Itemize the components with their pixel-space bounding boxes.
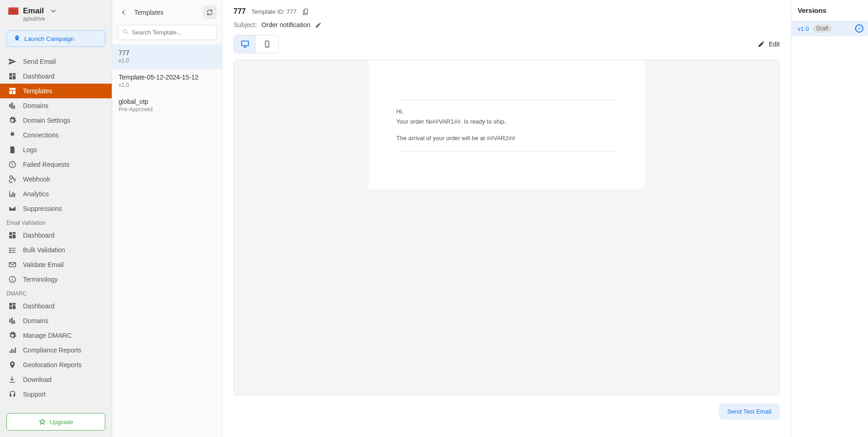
sidebar-item-templates[interactable]: Templates <box>0 84 112 98</box>
templates-icon <box>8 87 17 95</box>
dashboard-icon <box>8 231 17 239</box>
sidebar-item-label: Geolocation Reports <box>23 361 82 369</box>
versions-title: Versions <box>798 6 862 14</box>
sidebar-item-label: Terminology <box>23 276 57 283</box>
brand[interactable]: Email <box>0 5 112 17</box>
preview-pane: Hi, Your order №##VAR1##. Is ready to sh… <box>234 60 780 395</box>
sidebar-item-geolocation-reports[interactable]: Geolocation Reports <box>0 358 112 372</box>
sidebar-item-label: Domains <box>23 102 48 109</box>
sidebar-item-label: Suppressions <box>23 205 62 212</box>
sidebar-item-label: Analytics <box>23 190 49 198</box>
check-icon: ✓ <box>855 24 863 33</box>
sidebar-item-download[interactable]: Download <box>0 372 112 387</box>
sidebar-item-label: Dashboard <box>23 232 55 239</box>
sidebar-item-webhook[interactable]: Webhook <box>0 172 112 187</box>
sidebar-item-send-email[interactable]: Send Email <box>0 54 112 69</box>
sidebar-item-ev-dashboard[interactable]: Dashboard <box>0 228 112 243</box>
sidebar-item-dashboard[interactable]: Dashboard <box>0 69 112 84</box>
svg-point-5 <box>267 46 268 47</box>
sidebar-item-label: Send Email <box>23 58 56 65</box>
upgrade-button[interactable]: Upgrade <box>6 413 105 431</box>
svg-rect-3 <box>242 41 249 45</box>
template-item-title: global_otp <box>119 98 216 105</box>
device-toggle <box>234 35 279 53</box>
template-item-sub: Pre-Approved <box>119 106 216 113</box>
sidebar-item-suppressions[interactable]: Suppressions <box>0 201 112 216</box>
sidebar-item-label: Domain Settings <box>23 117 70 124</box>
webhook-icon <box>8 175 17 183</box>
sidebar-item-validate-email[interactable]: Validate Email <box>0 257 112 272</box>
brand-title: Email <box>23 6 44 16</box>
headset-icon <box>8 390 17 398</box>
svg-point-2 <box>123 29 126 33</box>
sidebar-item-manage-dmarc[interactable]: Manage DMARC <box>0 328 112 343</box>
sidebar-item-domains[interactable]: Domains <box>0 98 112 113</box>
sidebar-item-compliance-reports[interactable]: Compliance Reports <box>0 343 112 358</box>
template-item-sub: v1.0 <box>119 57 216 64</box>
section-dmarc: DMARC <box>0 287 112 299</box>
launch-campaign-button[interactable]: Launch Campaign <box>6 30 105 47</box>
subject-value: Order notification <box>262 21 311 28</box>
sidebar-item-dmarc-domains[interactable]: Domains <box>0 313 112 328</box>
sidebar-item-label: Compliance Reports <box>23 346 81 354</box>
template-id: Template ID: 777 <box>251 8 297 15</box>
sidebar-item-label: Dashboard <box>23 73 55 80</box>
version-row[interactable]: v1.0 Draft ✓ <box>791 21 868 36</box>
search-input[interactable] <box>118 25 217 40</box>
sidebar-item-label: Support <box>23 391 46 398</box>
gear-icon <box>8 116 17 125</box>
subject-label: Subject: <box>234 21 257 28</box>
sidebar-item-dmarc-dashboard[interactable]: Dashboard <box>0 299 112 313</box>
template-item-title: Template-05-12-2024-15-12 <box>119 74 216 81</box>
mail-icon <box>8 7 18 15</box>
sidebar-item-label: Domains <box>23 317 48 324</box>
edit-button[interactable]: Edit <box>758 40 780 48</box>
mobile-view-button[interactable] <box>256 35 278 53</box>
desktop-view-button[interactable] <box>234 35 256 53</box>
refresh-button[interactable] <box>203 6 217 19</box>
email-line: Your order №##VAR1##. Is ready to ship. <box>396 117 617 127</box>
sidebar-item-logs[interactable]: Logs <box>0 142 112 157</box>
chevron-down-icon[interactable] <box>49 7 57 15</box>
email-preview: Hi, Your order №##VAR1##. Is ready to sh… <box>369 60 645 189</box>
sidebar: Email apixdrive Launch Campaign Send Ema… <box>0 0 112 437</box>
sidebar-item-analytics[interactable]: Analytics <box>0 187 112 201</box>
sidebar-item-failed-requests[interactable]: Failed Requests <box>0 157 112 172</box>
sidebar-item-label: Webhook <box>23 176 50 183</box>
back-button[interactable] <box>118 6 130 18</box>
templates-title: Templates <box>134 9 198 16</box>
rocket-icon <box>13 35 21 42</box>
sidebar-item-label: Connections <box>23 131 59 139</box>
sidebar-item-connections[interactable]: Connections <box>0 128 112 142</box>
edit-subject-icon[interactable] <box>315 22 322 28</box>
sidebar-item-terminology[interactable]: Terminology <box>0 272 112 287</box>
mail-icon <box>8 261 17 269</box>
sidebar-item-label: Dashboard <box>23 302 55 310</box>
dashboard-icon <box>8 302 17 310</box>
domains-icon <box>8 317 17 325</box>
send-test-email-button[interactable]: Send Test Email <box>719 403 780 420</box>
template-item-3[interactable]: global_otp Pre-Approved <box>112 93 222 118</box>
template-item-777[interactable]: 777 v1.0 <box>112 45 222 69</box>
pencil-icon <box>758 40 765 48</box>
sidebar-item-support[interactable]: Support <box>0 387 112 402</box>
email-line: The arrival of your order will be at ##V… <box>396 133 617 143</box>
template-item-2[interactable]: Template-05-12-2024-15-12 v1.0 <box>112 69 222 93</box>
template-item-title: 777 <box>119 49 216 57</box>
sidebar-item-label: Validate Email <box>23 261 63 268</box>
document-icon <box>8 146 17 154</box>
email-line: Hi, <box>396 107 617 117</box>
copy-icon[interactable] <box>302 8 309 15</box>
domains-icon <box>8 102 17 110</box>
brand-subtitle: apixdrive <box>0 16 112 22</box>
dashboard-icon <box>8 72 17 80</box>
template-item-sub: v1.0 <box>119 82 216 88</box>
chart-icon <box>8 190 17 198</box>
alert-icon <box>8 160 17 169</box>
sidebar-item-label: Manage DMARC <box>23 332 72 339</box>
gear-icon <box>8 331 17 340</box>
sidebar-item-label: Failed Requests <box>23 161 69 168</box>
sidebar-item-label: Templates <box>23 87 52 95</box>
sidebar-item-bulk-validation[interactable]: Bulk Validation <box>0 243 112 257</box>
sidebar-item-domain-settings[interactable]: Domain Settings <box>0 113 112 128</box>
